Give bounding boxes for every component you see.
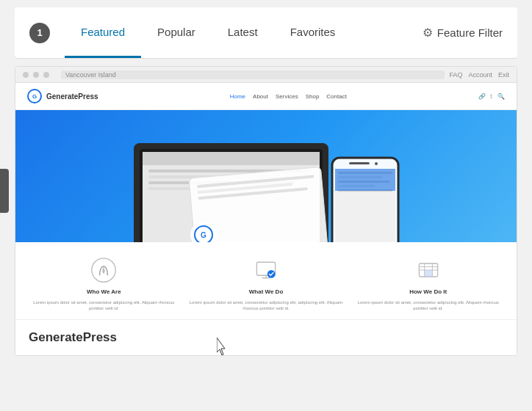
gp-nav-shop: Shop — [306, 93, 320, 100]
gp-feature-who: Who We Are Lorem ipsum dolor sit amet, c… — [23, 257, 185, 312]
gp-logo-text: GeneratePress — [46, 92, 98, 101]
browser-chrome-bar: Vancouver Island FAQ Account Exit — [15, 67, 517, 83]
hero-device-illustration: G — [15, 110, 517, 242]
who-we-are-icon — [89, 257, 118, 283]
how-we-do-it-text: Lorem ipsum dolor sit amet, consectetur … — [351, 299, 506, 312]
browser-exit-link: Exit — [498, 71, 509, 79]
how-we-do-it-icon — [414, 257, 443, 283]
gp-feature-what: What We Do Lorem ipsum dolor sit amet, c… — [185, 257, 348, 312]
gp-site-nav: Home About Services Shop Contact — [230, 93, 347, 100]
theme-card-generatepress: Vancouver Island FAQ Account Exit G Gene… — [15, 66, 517, 356]
tab-featured[interactable]: Featured — [65, 8, 141, 58]
how-we-do-it-title: How We Do It — [351, 288, 506, 295]
svg-rect-4 — [143, 152, 320, 165]
gp-nav-about: About — [253, 93, 268, 100]
svg-point-15 — [375, 162, 378, 165]
gp-site-header: G GeneratePress Home About Services Shop… — [15, 83, 517, 110]
browser-account-link: Account — [468, 71, 492, 79]
tab-favorites[interactable]: Favorites — [274, 8, 352, 58]
gear-icon: ⚙ — [423, 26, 433, 40]
gp-nav-contact: Contact — [326, 93, 347, 100]
theme-filter-tabs: 1 Featured Popular Latest Favorites ⚙ Fe… — [15, 7, 517, 59]
browser-dot-2 — [33, 72, 39, 78]
gp-icon-twitter: 𝕥 — [490, 93, 493, 100]
gp-icon-link: 🔗 — [478, 93, 486, 100]
gp-nav-services: Services — [276, 93, 298, 100]
theme-card-footer: GeneratePress — [15, 319, 517, 355]
svg-rect-21 — [335, 169, 395, 191]
who-we-are-title: Who We Are — [26, 288, 181, 295]
svg-text:G: G — [201, 231, 206, 239]
gp-features-section: Who We Are Lorem ipsum dolor sit amet, c… — [15, 242, 517, 319]
gp-nav-social-icons: 🔗 𝕥 🔍 — [478, 93, 505, 100]
feature-filter-label: Feature Filter — [437, 26, 503, 39]
what-we-do-title: What We Do — [189, 288, 344, 295]
gp-logo: G GeneratePress — [27, 89, 98, 103]
svg-rect-14 — [349, 162, 370, 164]
tab-latest[interactable]: Latest — [212, 8, 274, 58]
theme-preview-area: G GeneratePress Home About Services Shop… — [15, 83, 517, 319]
gp-logo-icon: G — [27, 89, 42, 103]
tab-step-number: 1 — [29, 23, 50, 43]
browser-faq-link: FAQ — [449, 71, 462, 79]
gp-icon-search: 🔍 — [497, 93, 505, 100]
who-we-are-text: Lorem ipsum dolor sit amet, consectetur … — [26, 299, 181, 312]
browser-dot-3 — [43, 72, 49, 78]
tab-navigation: Featured Popular Latest Favorites ⚙ Feat… — [65, 8, 503, 57]
gp-nav-home: Home — [230, 93, 245, 100]
svg-rect-40 — [424, 270, 432, 277]
browser-dot-1 — [23, 72, 29, 78]
browser-url-bar: Vancouver Island — [61, 70, 445, 79]
gp-feature-how: How We Do It Lorem ipsum dolor sit amet,… — [347, 257, 509, 312]
theme-name: GeneratePress — [29, 330, 503, 345]
what-we-do-icon — [251, 257, 281, 283]
gp-hero-section: G — [15, 110, 517, 242]
what-we-do-text: Lorem ipsum dolor sit amet, consectetur … — [189, 299, 344, 312]
feature-filter-button[interactable]: ⚙ Feature Filter — [406, 8, 503, 57]
tab-popular[interactable]: Popular — [141, 8, 212, 58]
left-scroll-handle[interactable] — [0, 169, 9, 213]
browser-nav-icons: FAQ Account Exit — [449, 71, 509, 79]
